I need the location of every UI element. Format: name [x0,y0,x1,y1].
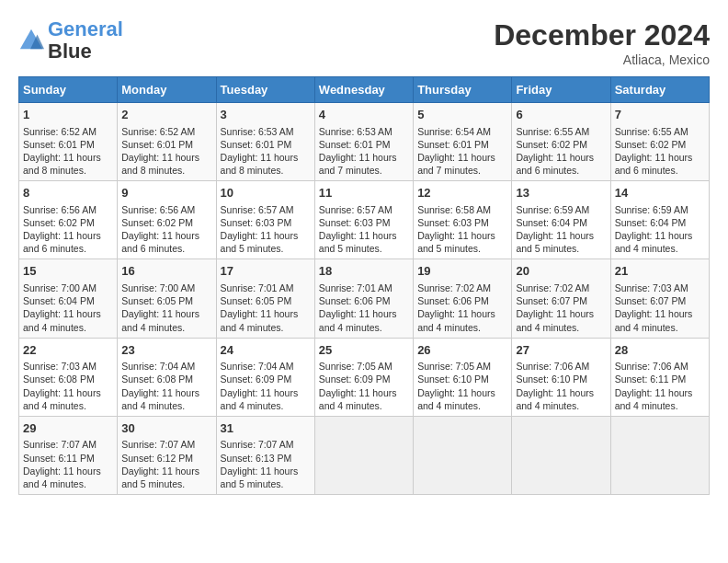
day-info: Sunrise: 7:05 AM Sunset: 6:10 PM Dayligh… [417,361,495,411]
day-info: Sunrise: 7:07 AM Sunset: 6:12 PM Dayligh… [121,439,199,489]
day-info: Sunrise: 6:56 AM Sunset: 6:02 PM Dayligh… [121,204,199,255]
day-number: 4 [319,107,409,123]
calendar-cell: 15Sunrise: 7:00 AM Sunset: 6:04 PM Dayli… [19,259,118,338]
day-number: 16 [121,263,211,280]
calendar-cell: 7Sunrise: 6:55 AM Sunset: 6:02 PM Daylig… [610,103,709,181]
day-info: Sunrise: 7:03 AM Sunset: 6:08 PM Dayligh… [23,361,101,411]
day-number: 25 [319,342,409,359]
day-number: 28 [615,342,705,359]
calendar-cell: 6Sunrise: 6:55 AM Sunset: 6:02 PM Daylig… [512,103,610,181]
day-number: 5 [417,107,507,123]
weekday-thursday: Thursday [414,77,512,103]
day-number: 14 [615,185,705,201]
day-number: 15 [23,263,113,280]
day-info: Sunrise: 7:07 AM Sunset: 6:11 PM Dayligh… [23,439,101,489]
calendar-cell: 29Sunrise: 7:07 AM Sunset: 6:11 PM Dayli… [19,416,118,494]
day-number: 30 [121,420,211,437]
day-number: 21 [615,263,705,280]
calendar-cell: 16Sunrise: 7:00 AM Sunset: 6:05 PM Dayli… [118,259,216,338]
calendar-cell: 24Sunrise: 7:04 AM Sunset: 6:09 PM Dayli… [216,338,314,416]
calendar-cell: 28Sunrise: 7:06 AM Sunset: 6:11 PM Dayli… [610,338,709,416]
day-info: Sunrise: 7:02 AM Sunset: 6:06 PM Dayligh… [417,282,495,333]
day-number: 3 [221,107,311,123]
day-info: Sunrise: 7:04 AM Sunset: 6:09 PM Dayligh… [221,361,299,411]
day-info: Sunrise: 7:07 AM Sunset: 6:13 PM Dayligh… [221,439,299,489]
calendar-cell: 8Sunrise: 6:56 AM Sunset: 6:02 PM Daylig… [19,181,118,259]
day-info: Sunrise: 7:04 AM Sunset: 6:08 PM Dayligh… [121,361,199,411]
day-number: 11 [319,185,409,201]
calendar-cell: 31Sunrise: 7:07 AM Sunset: 6:13 PM Dayli… [216,416,314,494]
month-title: December 2024 [494,18,710,52]
calendar-cell: 4Sunrise: 6:53 AM Sunset: 6:01 PM Daylig… [314,103,413,181]
day-info: Sunrise: 6:52 AM Sunset: 6:01 PM Dayligh… [23,126,101,177]
week-row-3: 22Sunrise: 7:03 AM Sunset: 6:08 PM Dayli… [19,338,710,416]
day-number: 19 [417,263,507,280]
calendar-cell: 12Sunrise: 6:58 AM Sunset: 6:03 PM Dayli… [414,181,512,259]
day-info: Sunrise: 6:53 AM Sunset: 6:01 PM Dayligh… [221,126,299,177]
calendar-cell: 18Sunrise: 7:01 AM Sunset: 6:06 PM Dayli… [314,259,413,338]
week-row-0: 1Sunrise: 6:52 AM Sunset: 6:01 PM Daylig… [19,103,710,181]
calendar-cell: 14Sunrise: 6:59 AM Sunset: 6:04 PM Dayli… [610,181,709,259]
day-number: 8 [23,185,113,201]
day-info: Sunrise: 6:56 AM Sunset: 6:02 PM Dayligh… [23,204,101,255]
day-info: Sunrise: 7:06 AM Sunset: 6:10 PM Dayligh… [516,361,594,411]
day-info: Sunrise: 6:57 AM Sunset: 6:03 PM Dayligh… [319,204,397,255]
day-number: 22 [23,342,113,359]
day-info: Sunrise: 6:52 AM Sunset: 6:01 PM Dayligh… [121,126,199,177]
weekday-sunday: Sunday [19,77,118,103]
calendar-cell: 13Sunrise: 6:59 AM Sunset: 6:04 PM Dayli… [512,181,610,259]
calendar-cell: 30Sunrise: 7:07 AM Sunset: 6:12 PM Dayli… [118,416,216,494]
day-info: Sunrise: 6:59 AM Sunset: 6:04 PM Dayligh… [615,204,693,255]
week-row-4: 29Sunrise: 7:07 AM Sunset: 6:11 PM Dayli… [19,416,710,494]
calendar-cell: 5Sunrise: 6:54 AM Sunset: 6:01 PM Daylig… [414,103,512,181]
day-info: Sunrise: 6:53 AM Sunset: 6:01 PM Dayligh… [319,126,397,177]
calendar-cell: 19Sunrise: 7:02 AM Sunset: 6:06 PM Dayli… [414,259,512,338]
day-number: 13 [516,185,606,201]
calendar-cell: 21Sunrise: 7:03 AM Sunset: 6:07 PM Dayli… [610,259,709,338]
calendar-cell [314,416,413,494]
day-number: 17 [221,263,311,280]
calendar-cell [610,416,709,494]
calendar-cell: 3Sunrise: 6:53 AM Sunset: 6:01 PM Daylig… [216,103,314,181]
day-number: 27 [516,342,606,359]
calendar-cell: 23Sunrise: 7:04 AM Sunset: 6:08 PM Dayli… [118,338,216,416]
weekday-header-row: SundayMondayTuesdayWednesdayThursdayFrid… [19,77,710,103]
day-info: Sunrise: 6:57 AM Sunset: 6:03 PM Dayligh… [221,204,299,255]
logo-text: GeneralBlue [48,18,123,63]
calendar-cell: 1Sunrise: 6:52 AM Sunset: 6:01 PM Daylig… [19,103,118,181]
title-area: December 2024 Atliaca, Mexico [494,18,710,67]
calendar-cell: 9Sunrise: 6:56 AM Sunset: 6:02 PM Daylig… [118,181,216,259]
calendar-cell: 11Sunrise: 6:57 AM Sunset: 6:03 PM Dayli… [314,181,413,259]
day-info: Sunrise: 7:01 AM Sunset: 6:06 PM Dayligh… [319,282,397,333]
calendar-body: 1Sunrise: 6:52 AM Sunset: 6:01 PM Daylig… [19,103,710,495]
day-number: 7 [615,107,705,123]
calendar-cell: 20Sunrise: 7:02 AM Sunset: 6:07 PM Dayli… [512,259,610,338]
day-info: Sunrise: 7:00 AM Sunset: 6:04 PM Dayligh… [23,282,101,333]
day-info: Sunrise: 7:02 AM Sunset: 6:07 PM Dayligh… [516,282,594,333]
day-number: 1 [23,107,113,123]
weekday-monday: Monday [118,77,216,103]
day-number: 9 [121,185,211,201]
calendar-cell: 10Sunrise: 6:57 AM Sunset: 6:03 PM Dayli… [216,181,314,259]
day-number: 20 [516,263,606,280]
day-info: Sunrise: 7:01 AM Sunset: 6:05 PM Dayligh… [221,282,299,333]
day-info: Sunrise: 6:59 AM Sunset: 6:04 PM Dayligh… [516,204,594,255]
location: Atliaca, Mexico [494,52,710,67]
day-info: Sunrise: 7:03 AM Sunset: 6:07 PM Dayligh… [615,282,693,333]
day-number: 6 [516,107,606,123]
day-info: Sunrise: 6:55 AM Sunset: 6:02 PM Dayligh… [516,126,594,177]
day-info: Sunrise: 7:06 AM Sunset: 6:11 PM Dayligh… [615,361,693,411]
day-number: 12 [417,185,507,201]
day-number: 10 [221,185,311,201]
calendar-cell [512,416,610,494]
calendar-table: SundayMondayTuesdayWednesdayThursdayFrid… [18,76,710,495]
weekday-wednesday: Wednesday [314,77,413,103]
calendar-cell: 22Sunrise: 7:03 AM Sunset: 6:08 PM Dayli… [19,338,118,416]
week-row-1: 8Sunrise: 6:56 AM Sunset: 6:02 PM Daylig… [19,181,710,259]
day-number: 18 [319,263,409,280]
week-row-2: 15Sunrise: 7:00 AM Sunset: 6:04 PM Dayli… [19,259,710,338]
day-number: 31 [221,420,311,437]
day-info: Sunrise: 6:55 AM Sunset: 6:02 PM Dayligh… [615,126,693,177]
calendar-cell: 26Sunrise: 7:05 AM Sunset: 6:10 PM Dayli… [414,338,512,416]
calendar-cell: 2Sunrise: 6:52 AM Sunset: 6:01 PM Daylig… [118,103,216,181]
